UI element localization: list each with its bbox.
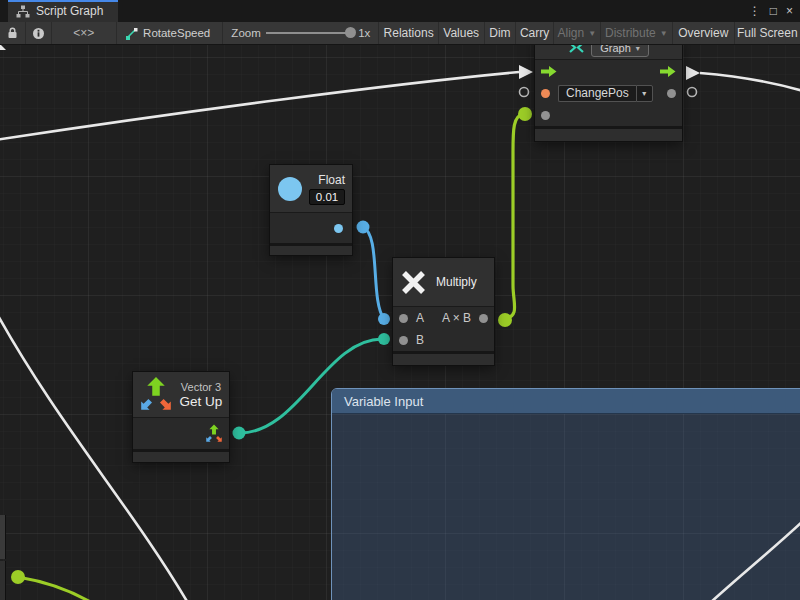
graph-pointer-icon bbox=[125, 27, 138, 40]
node-multiply[interactable]: Multiply A A × B B bbox=[393, 258, 494, 365]
flow-output-port[interactable] bbox=[660, 65, 676, 78]
info-icon bbox=[32, 27, 45, 40]
chevron-down-icon: ▼ bbox=[588, 29, 596, 38]
wire-multiply-to-graph[interactable] bbox=[505, 114, 524, 319]
input-port-a[interactable] bbox=[399, 314, 408, 323]
wire-endpoint bbox=[233, 427, 246, 440]
multiply-icon bbox=[400, 269, 427, 296]
value-input-port[interactable] bbox=[541, 89, 550, 98]
zoom-slider[interactable] bbox=[266, 32, 353, 34]
variable-dropdown[interactable]: ChangePos ▼ bbox=[558, 85, 653, 102]
overview-button[interactable]: Overview bbox=[673, 22, 735, 44]
more-menu-icon[interactable]: ⋮ bbox=[749, 4, 761, 18]
window-controls: ⋮ □ × bbox=[749, 0, 800, 22]
align-dropdown[interactable]: Align ▼ bbox=[554, 22, 601, 44]
chevron-down-icon: ▼ bbox=[636, 85, 653, 102]
code-view-button[interactable]: <×> bbox=[52, 22, 117, 44]
wire-bottom-left[interactable] bbox=[18, 577, 92, 600]
wire-endpoint bbox=[378, 313, 390, 325]
value-output-port[interactable] bbox=[667, 89, 676, 98]
node-footer bbox=[535, 129, 682, 141]
wire-flow-out[interactable] bbox=[700, 73, 800, 91]
float-value-input[interactable]: 0.01 bbox=[309, 189, 345, 205]
float-icon bbox=[278, 177, 302, 201]
port-label-a: A bbox=[416, 311, 424, 325]
wire-vector-to-multiply[interactable] bbox=[239, 339, 382, 433]
code-icon: <×> bbox=[73, 26, 94, 40]
toolbar: <×> RotateSpeed Zoom 1x Relations Values… bbox=[0, 22, 800, 45]
node-float[interactable]: Float 0.01 bbox=[270, 165, 352, 255]
distribute-dropdown[interactable]: Distribute ▼ bbox=[601, 22, 673, 44]
wire-flow-in[interactable] bbox=[0, 72, 519, 140]
toggle-values[interactable]: Values bbox=[439, 22, 485, 44]
port-label-b: B bbox=[416, 333, 424, 347]
port-socket bbox=[520, 88, 529, 97]
float-output-port[interactable] bbox=[334, 224, 343, 233]
wire-endpoint bbox=[518, 107, 532, 121]
node-graph-unit[interactable]: Graph ▾ ChangePos ▼ bbox=[535, 37, 682, 141]
node-title: Get Up bbox=[180, 394, 223, 409]
close-icon[interactable]: × bbox=[786, 4, 793, 18]
wire-float-to-multiply[interactable] bbox=[363, 227, 384, 319]
window-chrome: Script Graph ⋮ □ × <×> bbox=[0, 0, 800, 45]
fullscreen-button[interactable]: Full Screen bbox=[735, 22, 800, 44]
zoom-label: Zoom bbox=[231, 27, 260, 39]
offscreen-node-fragment[interactable] bbox=[0, 561, 5, 600]
toggle-dim[interactable]: Dim bbox=[485, 22, 517, 44]
wire-endpoint bbox=[378, 333, 390, 345]
script-graph-icon bbox=[16, 5, 30, 18]
port-label-output: A × B bbox=[442, 311, 471, 325]
node-footer bbox=[393, 354, 494, 365]
wire-endpoint bbox=[11, 570, 25, 584]
value-input-port[interactable] bbox=[541, 111, 550, 120]
input-port-b[interactable] bbox=[399, 336, 408, 345]
node-type-label: Vector 3 bbox=[181, 381, 221, 393]
toggle-relations[interactable]: Relations bbox=[379, 22, 439, 44]
distribute-label: Distribute bbox=[605, 26, 656, 40]
zoom-value: 1x bbox=[358, 27, 370, 39]
offscreen-node-fragment[interactable] bbox=[0, 515, 5, 559]
graph-name: RotateSpeed bbox=[143, 27, 210, 39]
node-title: Multiply bbox=[436, 275, 477, 289]
node-title: Float bbox=[318, 173, 345, 187]
tab-title: Script Graph bbox=[36, 4, 103, 18]
wire-endpoint bbox=[357, 221, 370, 234]
output-port[interactable] bbox=[479, 314, 488, 323]
chevron-down-icon: ▼ bbox=[660, 29, 668, 38]
node-footer bbox=[133, 452, 229, 462]
zoom-slider-knob[interactable] bbox=[345, 27, 356, 38]
vector3-icon bbox=[137, 374, 175, 416]
node-vector3-get-up[interactable]: Vector 3 Get Up bbox=[133, 372, 229, 462]
flow-input-port[interactable] bbox=[541, 65, 557, 78]
lock-icon bbox=[7, 27, 18, 39]
maximize-icon[interactable]: □ bbox=[770, 4, 777, 18]
info-button[interactable] bbox=[26, 22, 52, 44]
zoom-control: Zoom 1x bbox=[223, 22, 379, 44]
wire-endpoint bbox=[498, 313, 512, 327]
tab-bar: Script Graph ⋮ □ × bbox=[0, 0, 800, 22]
vector3-output-port[interactable] bbox=[204, 423, 224, 445]
lock-button[interactable] bbox=[0, 22, 26, 44]
variable-dropdown-value: ChangePos bbox=[558, 85, 636, 102]
wire-bottom-right[interactable] bbox=[710, 521, 800, 600]
flow-arrowhead-in bbox=[519, 65, 533, 79]
node-footer bbox=[270, 246, 352, 255]
graph-breadcrumb[interactable]: RotateSpeed bbox=[117, 22, 223, 44]
port-socket bbox=[688, 88, 697, 97]
toggle-carry[interactable]: Carry bbox=[516, 22, 554, 44]
align-label: Align bbox=[557, 26, 584, 40]
tab-script-graph[interactable]: Script Graph bbox=[8, 0, 118, 22]
flow-arrowhead-out bbox=[686, 66, 700, 80]
